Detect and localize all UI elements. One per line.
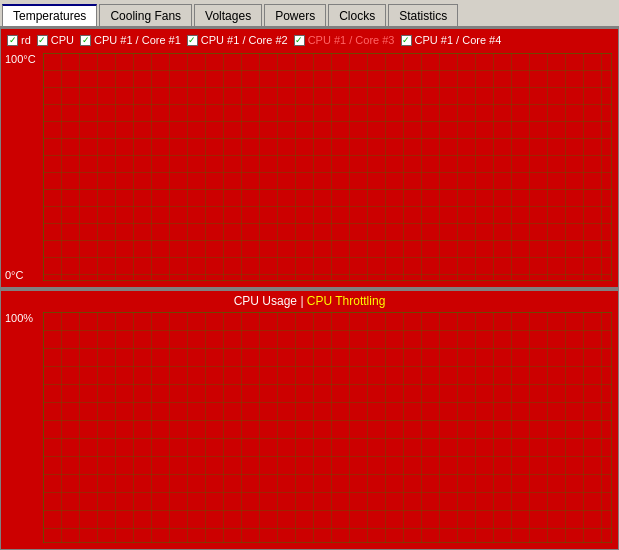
- cpu-throttling-label: CPU Throttling: [307, 294, 385, 308]
- y-axis-bottom-label: 0°C: [5, 269, 23, 281]
- y-axis-top-label: 100°C: [5, 53, 36, 65]
- tab-cooling-fans[interactable]: Cooling Fans: [99, 4, 192, 26]
- legend-core2: ✓ CPU #1 / Core #2: [187, 34, 288, 46]
- tab-bar: Temperatures Cooling Fans Voltages Power…: [0, 0, 619, 28]
- legend-core4: ✓ CPU #1 / Core #4: [401, 34, 502, 46]
- legend-row: ✓ rd ✓ CPU ✓ CPU #1 / Core #1 ✓ CPU #1 /…: [1, 29, 618, 51]
- temperatures-panel: ✓ rd ✓ CPU ✓ CPU #1 / Core #1 ✓ CPU #1 /…: [1, 29, 618, 289]
- checkbox-core1[interactable]: ✓: [80, 35, 91, 46]
- cpu-chart: [43, 312, 612, 543]
- svg-rect-1: [43, 53, 612, 281]
- checkbox-rd[interactable]: ✓: [7, 35, 18, 46]
- temp-grid-svg: [43, 53, 612, 281]
- temperatures-chart-container: 100°C 0°C: [1, 51, 618, 283]
- legend-core3: ✓ CPU #1 / Core #3: [294, 34, 395, 46]
- legend-cpu: ✓ CPU: [37, 34, 74, 46]
- tab-statistics[interactable]: Statistics: [388, 4, 458, 26]
- svg-rect-3: [43, 312, 612, 543]
- checkbox-core3[interactable]: ✓: [294, 35, 305, 46]
- cpu-chart-container: 100%: [1, 310, 618, 545]
- temperatures-chart: [43, 53, 612, 281]
- cpu-usage-label: CPU Usage: [234, 294, 297, 308]
- tab-clocks[interactable]: Clocks: [328, 4, 386, 26]
- cpu-grid-svg: [43, 312, 612, 543]
- tab-temperatures[interactable]: Temperatures: [2, 4, 97, 26]
- cpu-usage-panel: CPU Usage | CPU Throttling 100%: [1, 291, 618, 549]
- legend-rd: ✓ rd: [7, 34, 31, 46]
- tab-voltages[interactable]: Voltages: [194, 4, 262, 26]
- main-content: ✓ rd ✓ CPU ✓ CPU #1 / Core #1 ✓ CPU #1 /…: [0, 28, 619, 550]
- checkbox-core4[interactable]: ✓: [401, 35, 412, 46]
- checkbox-core2[interactable]: ✓: [187, 35, 198, 46]
- tab-powers[interactable]: Powers: [264, 4, 326, 26]
- checkbox-cpu[interactable]: ✓: [37, 35, 48, 46]
- cpu-y-axis-top: 100%: [5, 312, 33, 324]
- cpu-panel-title: CPU Usage | CPU Throttling: [1, 291, 618, 310]
- legend-core1: ✓ CPU #1 / Core #1: [80, 34, 181, 46]
